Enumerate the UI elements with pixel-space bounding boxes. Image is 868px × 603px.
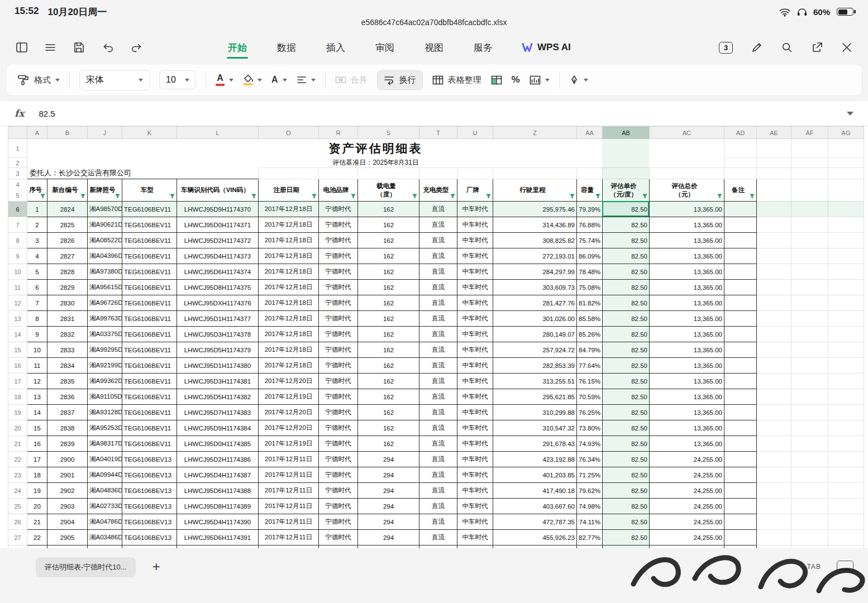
cell[interactable]: 82.50 <box>603 436 650 452</box>
cell[interactable]: 2017年12月11日 <box>259 452 319 467</box>
cell[interactable]: 2833 <box>47 342 88 358</box>
table-header[interactable]: 容量 <box>577 179 603 202</box>
table-header[interactable]: 备注 <box>724 179 757 202</box>
cell[interactable] <box>724 295 757 311</box>
table-header[interactable]: 充电类型 <box>419 179 457 202</box>
table-header[interactable]: 车辆识别代码（VIN码） <box>177 179 259 202</box>
cell[interactable] <box>757 179 791 202</box>
merge-cells-button[interactable]: 合并 <box>335 75 368 85</box>
cell[interactable]: 2839 <box>47 436 88 452</box>
cell[interactable]: 75.74% <box>577 233 603 248</box>
cell[interactable]: 2017年12月18日 <box>259 342 319 358</box>
alignment-button[interactable] <box>297 75 316 84</box>
cell[interactable]: 24,255.00 <box>650 499 724 514</box>
filter-icon[interactable] <box>40 193 46 199</box>
table-header[interactable]: 评估总价（元） <box>650 179 724 202</box>
cell[interactable] <box>828 295 864 311</box>
cell[interactable]: 宁德时代 <box>319 530 358 545</box>
cell[interactable]: 2017年12月20日 <box>259 405 319 420</box>
cell[interactable]: 13,365.00 <box>650 374 724 389</box>
cell[interactable] <box>828 420 864 436</box>
window-count-badge[interactable]: 3 <box>719 42 733 54</box>
table-header[interactable]: 评估单价（元/度） <box>603 179 650 202</box>
cell[interactable]: 2017年12月19日 <box>259 389 319 405</box>
cell[interactable]: 294 <box>358 467 419 483</box>
cell[interactable]: LHWCJ95D1H1174377 <box>177 311 259 327</box>
cell[interactable]: LHWCJ95D4H1174390 <box>177 514 259 530</box>
cell[interactable]: 2017年12月11日 <box>259 514 319 530</box>
cell[interactable] <box>828 514 864 530</box>
cell[interactable]: 3 <box>27 233 47 248</box>
cell[interactable]: 70.59% <box>577 389 603 405</box>
cell[interactable] <box>791 530 828 545</box>
col-header-S[interactable]: S <box>358 127 419 139</box>
filter-icon[interactable] <box>749 193 755 199</box>
cell[interactable]: 中车时代 <box>457 483 493 499</box>
formula-bar[interactable]: fx 82.5 <box>0 100 868 126</box>
cell[interactable] <box>791 264 828 280</box>
cell[interactable]: 湘A98570D <box>88 202 122 217</box>
cell[interactable]: 13,365.00 <box>650 327 724 342</box>
cell[interactable] <box>757 389 791 405</box>
cell[interactable]: 13,365.00 <box>650 342 724 358</box>
consignor-cell[interactable]: 委托人：长沙公交运营有限公司 <box>27 168 259 179</box>
col-header-AB[interactable]: AB <box>603 127 650 139</box>
cell[interactable] <box>828 158 864 168</box>
cell[interactable]: 2017年12月20日 <box>259 420 319 436</box>
cell[interactable]: TEG6106BEV11 <box>122 436 177 452</box>
cell[interactable]: 宁德时代 <box>319 264 358 280</box>
table-header[interactable]: 行驶里程 <box>493 179 577 202</box>
tab-insert[interactable]: 插入 <box>325 32 346 63</box>
fill-color-button[interactable] <box>243 74 262 85</box>
cell[interactable]: 6 <box>27 280 47 295</box>
cell[interactable]: 82.50 <box>603 405 650 420</box>
cell[interactable]: 宁德时代 <box>319 327 358 342</box>
row-header-17[interactable]: 17 <box>8 374 27 389</box>
row-header-3[interactable]: 3 <box>8 168 27 179</box>
filter-icon[interactable] <box>350 193 356 199</box>
filter-icon[interactable] <box>569 193 575 199</box>
cell[interactable]: LHWCJ95D3H1174381 <box>177 374 259 389</box>
cell[interactable]: 13,365.00 <box>650 280 724 295</box>
filter-icon[interactable] <box>450 193 456 199</box>
cell[interactable]: 82.50 <box>603 514 650 530</box>
cell[interactable]: 2832 <box>47 327 88 342</box>
filter-icon[interactable] <box>412 193 418 199</box>
cell[interactable]: 中车时代 <box>457 436 493 452</box>
row-header-4-5[interactable]: 45 <box>8 179 27 202</box>
cell[interactable]: 直流 <box>419 217 457 233</box>
tab-review[interactable]: 审阅 <box>374 32 395 63</box>
font-size-select[interactable]: 10 <box>159 70 196 89</box>
filter-icon[interactable] <box>642 193 648 199</box>
cell[interactable]: 73.80% <box>577 420 603 436</box>
table-header[interactable]: 新牌照号 <box>88 179 122 202</box>
cell[interactable]: 中车时代 <box>457 514 493 530</box>
cell[interactable] <box>724 499 757 514</box>
cell[interactable]: TEG6106BEV13 <box>122 499 177 514</box>
cell[interactable]: 294 <box>358 483 419 499</box>
cell[interactable]: 宁德时代 <box>319 233 358 248</box>
cell[interactable]: 71.25% <box>577 467 603 483</box>
cell[interactable]: 472,787.35 <box>493 514 577 530</box>
cell[interactable]: 湘A08522D <box>88 233 122 248</box>
cell[interactable]: 中车时代 <box>457 530 493 545</box>
row-header-2[interactable]: 2 <box>8 158 27 168</box>
row-header-11[interactable]: 11 <box>8 280 27 295</box>
cell[interactable] <box>828 342 864 358</box>
cell[interactable]: 162 <box>358 202 419 217</box>
cell[interactable] <box>791 139 828 158</box>
cell[interactable] <box>828 452 864 467</box>
cell[interactable]: 24,255.00 <box>650 514 724 530</box>
row-header-19[interactable]: 19 <box>8 405 27 420</box>
cell[interactable] <box>757 327 791 342</box>
cell[interactable]: 湘A96726D <box>88 295 122 311</box>
cell[interactable]: 294 <box>358 452 419 467</box>
cell[interactable]: 22 <box>27 530 47 545</box>
cell[interactable]: 直流 <box>419 514 457 530</box>
font-name-select[interactable]: 宋体 <box>79 70 150 90</box>
cell[interactable]: 2901 <box>47 467 88 483</box>
cell[interactable]: 74.93% <box>577 436 603 452</box>
cell[interactable]: 2017年12月18日 <box>259 264 319 280</box>
cell[interactable]: 308,825.82 <box>493 233 577 248</box>
sheet-title[interactable]: 资产评估明细表 <box>27 139 724 158</box>
